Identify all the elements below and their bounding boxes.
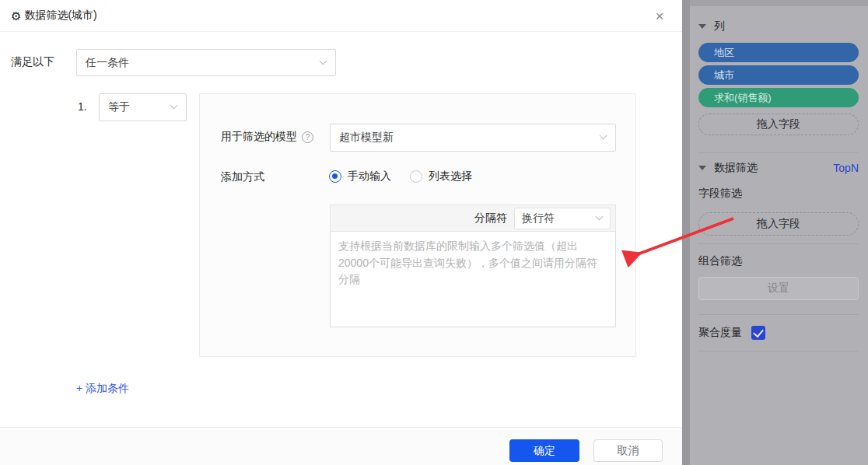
field-pill-sum-sales[interactable]: 求和(销售额): [698, 88, 859, 107]
help-icon[interactable]: ?: [302, 131, 313, 143]
match-condition-select[interactable]: 任一条件: [76, 49, 336, 76]
sidebar-top-divider: [690, 0, 868, 6]
drop-field-zone-filter[interactable]: 拖入字段: [698, 212, 859, 236]
combo-filter-settings-button[interactable]: 设置: [698, 277, 859, 300]
radio-manual-input[interactable]: 手动输入: [329, 170, 391, 184]
columns-section-header[interactable]: 列: [698, 19, 859, 33]
model-label: 用于筛选的模型: [221, 130, 297, 144]
chevron-down-icon: [320, 57, 327, 65]
radio-list-select[interactable]: 列表选择: [410, 170, 472, 184]
chevron-down-icon: [596, 212, 604, 220]
condition-index: 1.: [78, 100, 87, 113]
add-mode-label: 添加方式: [221, 170, 264, 184]
topn-link[interactable]: TopN: [833, 162, 859, 174]
field-pill-region[interactable]: 地区: [698, 43, 859, 62]
match-condition-value: 任一条件: [86, 56, 129, 70]
dialog-footer: 确定 取消: [0, 427, 682, 465]
combo-filter-label: 组合筛选: [698, 254, 742, 268]
aggregate-measure-row: 聚合度量: [698, 326, 765, 340]
field-pill-city[interactable]: 城市: [698, 65, 859, 85]
modal-backdrop-strip: [682, 0, 690, 465]
filter-values-textarea[interactable]: [330, 231, 616, 327]
ok-button[interactable]: 确定: [509, 439, 579, 462]
caret-down-icon: [698, 24, 706, 29]
screen: ⚙ 数据筛选(城市) × 满足以下 任一条件 1. 等于 用于筛选的模型 ? 超…: [0, 0, 868, 465]
operator-select[interactable]: 等于: [99, 93, 187, 121]
drop-field-zone-columns[interactable]: 拖入字段: [698, 114, 859, 135]
condition-detail-panel: 用于筛选的模型 ? 超市模型新 添加方式 手动输入 列表选择: [199, 93, 636, 357]
divider: [698, 314, 859, 315]
dialog-title-wrap: ⚙ 数据筛选(城市): [11, 9, 97, 23]
divider: [698, 152, 859, 153]
delimiter-select[interactable]: 换行符: [514, 208, 611, 229]
dialog-header: ⚙ 数据筛选(城市): [0, 0, 682, 32]
divider: [698, 351, 859, 351]
model-value: 超市模型新: [339, 131, 394, 145]
delimiter-bar: 分隔符 换行符: [330, 205, 616, 232]
radio-list-label: 列表选择: [429, 170, 472, 184]
data-filter-section-title: 数据筛选: [714, 161, 758, 175]
delimiter-value: 换行符: [522, 212, 555, 226]
delimiter-label: 分隔符: [474, 212, 507, 226]
chevron-down-icon: [170, 102, 178, 110]
radio-unselected-icon[interactable]: [410, 170, 422, 183]
field-filter-label: 字段筛选: [698, 187, 742, 201]
field-pill-label: 求和(销售额): [714, 91, 772, 105]
cancel-button[interactable]: 取消: [593, 439, 663, 462]
close-icon[interactable]: ×: [651, 8, 668, 25]
model-label-wrap: 用于筛选的模型 ?: [221, 130, 313, 144]
add-condition-link[interactable]: + 添加条件: [76, 382, 129, 396]
filter-values-input-group: 分隔符 换行符: [330, 205, 616, 327]
gear-icon: ⚙: [11, 10, 21, 22]
operator-value: 等于: [108, 100, 130, 114]
chevron-down-icon: [600, 132, 607, 140]
chart-config-sidebar: 列 地区 城市 求和(销售额) 拖入字段 数据筛选 TopN 字段筛选 拖入字段…: [690, 0, 868, 465]
aggregate-measure-label: 聚合度量: [698, 326, 742, 340]
caret-down-icon: [698, 166, 706, 170]
columns-section-title: 列: [714, 19, 725, 33]
model-select[interactable]: 超市模型新: [330, 124, 616, 152]
field-pill-label: 地区: [714, 46, 734, 60]
data-filter-section-header[interactable]: 数据筛选 TopN: [698, 161, 859, 175]
radio-manual-label: 手动输入: [348, 170, 391, 184]
dialog-title: 数据筛选(城市): [24, 9, 96, 23]
data-filter-dialog: ⚙ 数据筛选(城市) × 满足以下 任一条件 1. 等于 用于筛选的模型 ? 超…: [0, 0, 682, 465]
add-mode-radio-group: 手动输入 列表选择: [329, 170, 472, 184]
checkbox-checked-icon[interactable]: [751, 326, 765, 340]
match-label: 满足以下: [11, 55, 54, 69]
divider: [698, 243, 859, 244]
field-pill-label: 城市: [714, 68, 734, 82]
radio-selected-icon[interactable]: [329, 170, 341, 183]
